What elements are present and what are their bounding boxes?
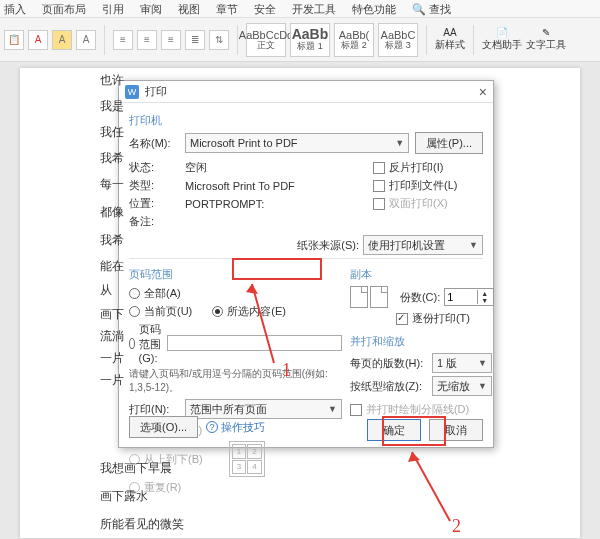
drawline-checkbox xyxy=(350,404,362,416)
paste-icon[interactable]: 📋 xyxy=(4,30,24,50)
document-text-line: 画下 xyxy=(100,306,124,323)
options-button[interactable]: 选项(O)... xyxy=(129,416,198,438)
copies-section-label: 副本 xyxy=(350,267,500,282)
where-value: PORTPROMPT: xyxy=(185,198,264,210)
copies-spinner[interactable]: ▲▼ xyxy=(444,288,494,306)
document-text-line: 我是 xyxy=(100,98,124,115)
reverse-print-checkbox[interactable] xyxy=(373,162,385,174)
dialog-titlebar: W 打印 × xyxy=(119,81,493,103)
type-value: Microsoft Print To PDF xyxy=(185,180,295,192)
align-right-icon[interactable]: ≡ xyxy=(161,30,181,50)
menu-bar: 插入 页面布局 引用 审阅 视图 章节 安全 开发工具 特色功能 🔍 查找 xyxy=(0,0,600,18)
range-selection-label: 所选内容(E) xyxy=(227,304,286,319)
copies-input[interactable] xyxy=(445,291,477,303)
range-pages-radio[interactable] xyxy=(129,338,135,349)
align-left-icon[interactable]: ≡ xyxy=(113,30,133,50)
doc-helper-button[interactable]: 📄文档助手 xyxy=(482,27,522,52)
chevron-down-icon: ▼ xyxy=(478,381,487,391)
style-normal[interactable]: AaBbCcDd正文 xyxy=(246,23,286,57)
order-preview-icon: 1234 xyxy=(229,441,265,477)
duplex-label: 双面打印(X) xyxy=(389,196,448,211)
chevron-down-icon: ▼ xyxy=(469,240,478,250)
scale-label: 按纸型缩放(Z): xyxy=(350,379,432,394)
text-tool-button[interactable]: ✎文字工具 xyxy=(526,27,566,52)
paper-source-label: 纸张来源(S): xyxy=(297,238,359,253)
status-label: 状态: xyxy=(129,160,185,175)
menu-item[interactable]: 章节 xyxy=(216,2,238,15)
style-h2[interactable]: AaBb(标题 2 xyxy=(334,23,374,57)
style-h3[interactable]: AaBbC标题 3 xyxy=(378,23,418,57)
printer-name-dropdown[interactable]: Microsoft Print to PDF▼ xyxy=(185,133,409,153)
print-dialog: W 打印 × 打印机 名称(M): Microsoft Print to PDF… xyxy=(118,80,494,448)
range-all-radio[interactable] xyxy=(129,288,140,299)
copies-label: 份数(C): xyxy=(400,290,440,305)
collate-label: 逐份打印(T) xyxy=(412,311,470,326)
type-label: 类型: xyxy=(129,178,185,193)
perpage-label: 每页的版数(H): xyxy=(350,356,432,371)
range-hint: 请键入页码和/或用逗号分隔的页码范围(例如: 1,3,5-12)。 xyxy=(129,367,342,395)
ribbon: 📋 A A A ≡ ≡ ≡ ≣ ⇅ AaBbCcDd正文 AaBb标题 1 Aa… xyxy=(0,18,600,62)
document-text-line: 流淌 xyxy=(100,328,124,345)
document-text-line: 所能看见的微笑 xyxy=(100,516,184,533)
perpage-dropdown[interactable]: 1 版▼ xyxy=(432,353,492,373)
page-icon xyxy=(370,286,388,308)
range-pages-input[interactable] xyxy=(167,335,342,351)
style-h1[interactable]: AaBb标题 1 xyxy=(290,23,330,57)
help-icon[interactable]: ? xyxy=(206,421,218,433)
cancel-button[interactable]: 取消 xyxy=(429,419,483,441)
menu-item[interactable]: 开发工具 xyxy=(292,2,336,15)
scale-dropdown[interactable]: 无缩放▼ xyxy=(432,376,492,396)
document-text-line: 一片 xyxy=(100,350,124,367)
range-all-label: 全部(A) xyxy=(144,286,181,301)
menu-item[interactable]: 特色功能 xyxy=(352,2,396,15)
annotation-number-2: 2 xyxy=(452,516,461,537)
highlight-icon[interactable]: A xyxy=(52,30,72,50)
annotation-number-1: 1 xyxy=(282,360,291,381)
spin-down-icon[interactable]: ▼ xyxy=(478,297,491,304)
menu-item[interactable]: 审阅 xyxy=(140,2,162,15)
new-style-button[interactable]: AA新样式 xyxy=(435,27,465,52)
range-current-label: 当前页(U) xyxy=(144,304,192,319)
app-logo-icon: W xyxy=(125,85,139,99)
range-pages-label: 页码范围(G): xyxy=(139,322,163,364)
where-label: 位置: xyxy=(129,196,185,211)
ok-button[interactable]: 确定 xyxy=(367,419,421,441)
menu-search[interactable]: 🔍 查找 xyxy=(412,2,451,15)
menu-item[interactable]: 页面布局 xyxy=(42,2,86,15)
font-box-icon[interactable]: A xyxy=(76,30,96,50)
document-text-line: 每一 xyxy=(100,176,124,193)
document-text-line: 能在 xyxy=(100,258,124,275)
dialog-title: 打印 xyxy=(145,84,167,99)
align-center-icon[interactable]: ≡ xyxy=(137,30,157,50)
document-text-line: 也许 xyxy=(100,72,124,89)
document-text-line: 画下露水 xyxy=(100,488,148,505)
drawline-label: 并打时绘制分隔线(D) xyxy=(366,402,469,417)
print-what-label: 打印(N): xyxy=(129,402,185,417)
range-selection-radio[interactable] xyxy=(212,306,223,317)
spin-up-icon[interactable]: ▲ xyxy=(478,290,491,297)
collate-checkbox[interactable] xyxy=(396,313,408,325)
menu-item[interactable]: 插入 xyxy=(4,2,26,15)
menu-item[interactable]: 安全 xyxy=(254,2,276,15)
document-text-line: 我想画下早晨 xyxy=(100,460,172,477)
align-justify-icon[interactable]: ≣ xyxy=(185,30,205,50)
print-to-file-checkbox[interactable] xyxy=(373,180,385,192)
properties-button[interactable]: 属性(P)... xyxy=(415,132,483,154)
line-spacing-icon[interactable]: ⇅ xyxy=(209,30,229,50)
chevron-down-icon: ▼ xyxy=(395,138,404,148)
merge-section-label: 并打和缩放 xyxy=(350,334,500,349)
range-current-radio[interactable] xyxy=(129,306,140,317)
tips-link[interactable]: 操作技巧 xyxy=(221,420,265,435)
paper-source-dropdown[interactable]: 使用打印机设置▼ xyxy=(363,235,483,255)
font-color-icon[interactable]: A xyxy=(28,30,48,50)
document-text-line: 我希 xyxy=(100,232,124,249)
close-icon[interactable]: × xyxy=(479,84,487,100)
page-icon xyxy=(350,286,368,308)
printer-section-label: 打印机 xyxy=(129,113,483,128)
print-to-file-label: 打印到文件(L) xyxy=(389,178,457,193)
printer-name-label: 名称(M): xyxy=(129,136,185,151)
chevron-down-icon: ▼ xyxy=(328,404,337,414)
menu-item[interactable]: 引用 xyxy=(102,2,124,15)
comment-label: 备注: xyxy=(129,214,185,229)
menu-item[interactable]: 视图 xyxy=(178,2,200,15)
